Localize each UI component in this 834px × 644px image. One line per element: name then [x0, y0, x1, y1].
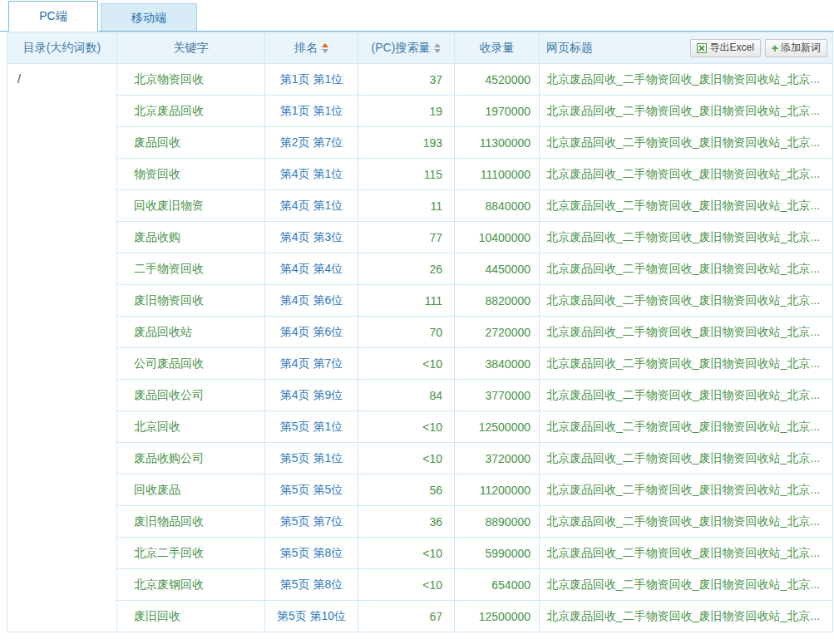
page-title-header-label: 网页标题: [546, 41, 593, 54]
indexed-cell: 4450000: [455, 253, 540, 285]
indexed-cell: 8820000: [455, 285, 540, 317]
page-title-cell: 北京废品回收_二手物资回收_废旧物资回收站_北京...: [540, 506, 833, 538]
rank-link[interactable]: 第5页 第10位: [277, 609, 346, 622]
page-title-cell: 北京废品回收_二手物资回收_废旧物资回收站_北京...: [540, 253, 833, 285]
rank-link[interactable]: 第5页 第1位: [280, 451, 343, 465]
col-header-indexed: 收录量: [455, 32, 540, 64]
keyword-cell: 废品回收公司: [117, 380, 265, 411]
table-row: 二手物资回收 第4页 第4位 26 4450000 北京废品回收_二手物资回收_…: [7, 253, 833, 285]
page-title-cell: 北京废品回收_二手物资回收_废旧物资回收站_北京...: [540, 474, 833, 506]
rank-cell: 第2页 第7位: [265, 127, 358, 159]
table-row: /北京物资回收 第1页 第1位 37 4520000 北京废品回收_二手物资回收…: [7, 64, 833, 96]
keyword-cell: 废品收购公司: [117, 443, 265, 474]
indexed-cell: 8890000: [455, 506, 540, 538]
rank-cell: 第5页 第10位: [265, 601, 358, 632]
rank-link[interactable]: 第1页 第1位: [280, 72, 343, 86]
keyword-cell: 废品收购: [117, 222, 265, 253]
col-header-search-volume[interactable]: (PC)搜索量: [358, 32, 455, 64]
rank-link[interactable]: 第2页 第7位: [280, 135, 343, 149]
search-volume-cell: 70: [358, 317, 455, 348]
rank-link[interactable]: 第1页 第1位: [280, 104, 343, 117]
search-volume-cell: 11: [358, 190, 455, 222]
rank-link[interactable]: 第5页 第8位: [280, 578, 343, 591]
page-title-cell: 北京废品回收_二手物资回收_废旧物资回收站_北京...: [540, 317, 833, 348]
table-row: 废品收购公司 第5页 第1位 <10 3720000 北京废品回收_二手物资回收…: [7, 443, 833, 474]
tab-pc[interactable]: PC端: [8, 1, 98, 32]
page-title-cell: 北京废品回收_二手物资回收_废旧物资回收站_北京...: [540, 569, 833, 601]
rank-link[interactable]: 第5页 第5位: [280, 483, 343, 496]
keyword-rank-table: 目录(大约词数) 关键字 排名 (PC)搜索量 收录量 网页标题 导出Excel: [7, 32, 833, 632]
search-volume-cell: <10: [358, 569, 455, 601]
rank-sort-icon[interactable]: [322, 43, 328, 53]
indexed-cell: 1970000: [455, 96, 540, 127]
table-row: 废品回收站 第4页 第6位 70 2720000 北京废品回收_二手物资回收_废…: [7, 317, 833, 348]
rank-cell: 第1页 第1位: [265, 96, 358, 127]
indexed-cell: 11300000: [455, 127, 540, 159]
rank-link[interactable]: 第5页 第8位: [280, 546, 343, 559]
keyword-cell: 回收废品: [117, 474, 265, 506]
table-row: 回收废品 第5页 第5位 56 11200000 北京废品回收_二手物资回收_废…: [7, 474, 833, 506]
indexed-cell: 2720000: [455, 317, 540, 348]
table-row: 物资回收 第4页 第1位 115 11100000 北京废品回收_二手物资回收_…: [7, 159, 833, 190]
search-volume-cell: 36: [358, 506, 455, 538]
page-title-cell: 北京废品回收_二手物资回收_废旧物资回收站_北京...: [540, 411, 833, 443]
search-volume-cell: <10: [358, 348, 455, 380]
rank-link[interactable]: 第5页 第7位: [280, 514, 343, 528]
indexed-cell: 654000: [455, 569, 540, 601]
keyword-cell: 废品回收: [117, 127, 265, 159]
search-volume-cell: 111: [358, 285, 455, 317]
rank-link[interactable]: 第5页 第1位: [280, 420, 343, 433]
table-row: 废品回收 第2页 第7位 193 11300000 北京废品回收_二手物资回收_…: [7, 127, 833, 159]
page-title-cell: 北京废品回收_二手物资回收_废旧物资回收站_北京...: [540, 538, 833, 569]
rank-cell: 第4页 第3位: [265, 222, 358, 253]
keyword-cell: 公司废品回收: [117, 348, 265, 380]
page-title-cell: 北京废品回收_二手物资回收_废旧物资回收站_北京...: [540, 64, 833, 96]
add-keyword-label: 添加新词: [781, 41, 821, 55]
rank-link[interactable]: 第4页 第9位: [280, 388, 343, 401]
rank-link[interactable]: 第4页 第1位: [280, 167, 343, 180]
search-volume-cell: 115: [358, 159, 455, 190]
rank-link[interactable]: 第4页 第3位: [280, 230, 343, 243]
keyword-cell: 物资回收: [117, 159, 265, 190]
rank-link[interactable]: 第4页 第6位: [280, 293, 343, 307]
rank-link[interactable]: 第4页 第4位: [280, 262, 343, 275]
indexed-cell: 5990000: [455, 538, 540, 569]
rank-cell: 第1页 第1位: [265, 64, 358, 96]
indexed-cell: 12500000: [455, 411, 540, 443]
indexed-cell: 12500000: [455, 601, 540, 632]
table-header-row: 目录(大约词数) 关键字 排名 (PC)搜索量 收录量 网页标题 导出Excel: [7, 32, 833, 64]
search-volume-cell: 56: [358, 474, 455, 506]
rank-header-label: 排名: [294, 41, 318, 54]
indexed-cell: 3840000: [455, 348, 540, 380]
page-title-cell: 北京废品回收_二手物资回收_废旧物资回收站_北京...: [540, 222, 833, 253]
search-volume-cell: 67: [358, 601, 455, 632]
search-volume-sort-icon[interactable]: [434, 43, 441, 53]
rank-link[interactable]: 第4页 第1位: [280, 199, 343, 212]
search-volume-header-label: (PC)搜索量: [372, 41, 431, 54]
rank-cell: 第5页 第1位: [265, 443, 358, 474]
directory-cell: /: [7, 64, 117, 632]
keyword-cell: 北京物资回收: [117, 64, 265, 96]
search-volume-cell: <10: [358, 538, 455, 569]
rank-cell: 第5页 第5位: [265, 474, 358, 506]
col-header-rank[interactable]: 排名: [265, 32, 358, 64]
search-volume-cell: 193: [358, 127, 455, 159]
keyword-cell: 北京废品回收: [117, 96, 265, 127]
page-title-cell: 北京废品回收_二手物资回收_废旧物资回收站_北京...: [540, 127, 833, 159]
rank-cell: 第4页 第1位: [265, 190, 358, 222]
rank-cell: 第4页 第6位: [265, 317, 358, 348]
rank-cell: 第4页 第9位: [265, 380, 358, 411]
table-row: 废旧物资回收 第4页 第6位 111 8820000 北京废品回收_二手物资回收…: [7, 285, 833, 317]
indexed-cell: 3720000: [455, 443, 540, 474]
export-excel-button[interactable]: 导出Excel: [690, 39, 760, 57]
rank-link[interactable]: 第4页 第6位: [280, 325, 343, 338]
keyword-cell: 回收废旧物资: [117, 190, 265, 222]
search-volume-cell: <10: [358, 411, 455, 443]
rank-link[interactable]: 第4页 第7位: [280, 356, 343, 370]
col-header-keyword: 关键字: [117, 32, 265, 64]
page-title-cell: 北京废品回收_二手物资回收_废旧物资回收站_北京...: [540, 285, 833, 317]
table-row: 废旧物品回收 第5页 第7位 36 8890000 北京废品回收_二手物资回收_…: [7, 506, 833, 538]
table-row: 废旧回收 第5页 第10位 67 12500000 北京废品回收_二手物资回收_…: [7, 601, 833, 632]
tab-mobile[interactable]: 移动端: [101, 3, 197, 31]
add-keyword-button[interactable]: + 添加新词: [765, 39, 827, 57]
